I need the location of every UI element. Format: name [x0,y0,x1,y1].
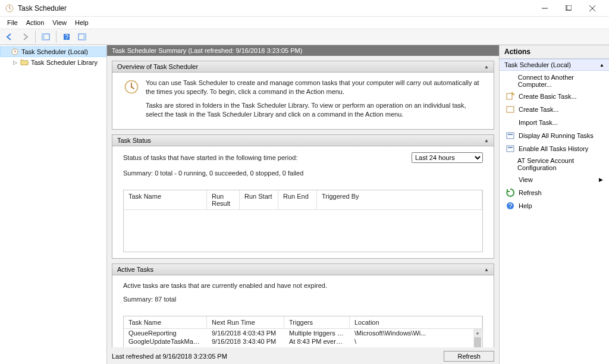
actions-list: Connect to Another Computer...Create Bas… [500,71,609,214]
back-button[interactable] [2,30,17,43]
action-label: AT Service Account Configuration [517,157,603,171]
menu-action[interactable]: Action [23,18,48,27]
menubar: File Action View Help [0,17,609,29]
status-period-select[interactable]: Last 24 hours [412,152,483,163]
svg-rect-8 [83,34,86,40]
col-task-name[interactable]: Task Name [124,190,207,209]
action-label: View [519,176,533,183]
action-item[interactable]: AT Service Account Configuration [500,155,609,173]
menu-help[interactable]: Help [71,18,92,27]
table-cell: At 8:43 PM every day - A... [284,337,350,346]
svg-rect-4 [42,34,45,40]
active-table-header: Task Name Next Run Time Triggers Locatio… [124,316,482,329]
action-label: Help [519,202,532,209]
action-item[interactable]: Connect to Another Computer... [500,72,609,90]
menu-view[interactable]: View [49,18,70,27]
table-cell: 9/16/2018 3:43:40 PM [207,337,284,346]
task-status-header[interactable]: Task Status ▲ [112,135,494,146]
status-table: Task Name Run Result Run Start Run End T… [123,190,483,252]
action-item[interactable]: Create Task... [500,103,609,116]
summary-header: Task Scheduler Summary (Last refreshed: … [107,45,499,56]
table-row[interactable]: GoogleUpdateTaskMachineUA9/16/2018 3:43:… [124,337,482,346]
overview-title: Overview of Task Scheduler [117,63,198,70]
show-hide-action-pane-button[interactable] [75,30,89,43]
svg-rect-2 [567,5,572,10]
svg-rect-13 [507,106,514,112]
chevron-up-icon: ▲ [599,62,604,68]
col-run-start[interactable]: Run Start [240,190,278,209]
tree-root[interactable]: Task Scheduler (Local) [0,46,106,57]
action-label: Display All Running Tasks [519,132,594,139]
table-cell: QueueReporting [124,329,207,337]
action-item[interactable]: ?Help [500,199,609,212]
help-button[interactable]: ? [59,30,74,43]
menu-file[interactable]: File [4,18,21,27]
forward-button[interactable] [18,30,32,43]
window-title: Task Scheduler [18,4,533,12]
action-item[interactable]: View▶ [500,173,609,186]
action-icon: ? [506,201,515,211]
scroll-up-icon[interactable]: ▲ [473,329,482,337]
center-body: Overview of Task Scheduler ▲ You can use… [107,56,499,347]
tree-library[interactable]: ▷ Task Scheduler Library [0,57,106,68]
active-tasks-body: Active tasks are tasks that are currentl… [112,275,494,347]
svg-text:?: ? [65,33,68,40]
active-tasks-header[interactable]: Active Tasks ▲ [112,264,494,275]
overview-panel-header[interactable]: Overview of Task Scheduler ▲ [112,61,494,73]
chevron-up-icon: ▲ [484,64,489,70]
toolbar-separator [56,31,56,43]
action-label: Connect to Another Computer... [518,74,603,88]
svg-rect-16 [507,146,514,152]
maximize-button[interactable] [557,1,580,15]
svg-text:?: ? [508,202,512,209]
folder-icon [20,58,29,67]
refresh-button[interactable]: Refresh [444,351,494,362]
action-label: Refresh [519,189,542,196]
overview-body: You can use Task Scheduler to create and… [112,73,494,129]
action-item[interactable]: Create Basic Task... [500,90,609,103]
action-label: Enable All Tasks History [519,145,588,152]
action-item[interactable]: Import Task... [500,116,609,129]
col-triggers[interactable]: Triggers [284,316,350,328]
action-icon [506,76,514,86]
action-label: Create Basic Task... [519,93,577,100]
minimize-button[interactable] [533,1,557,15]
table-cell: \ [350,337,482,346]
col-run-end[interactable]: Run End [278,190,317,209]
table-row[interactable]: Consolidator9/16/2018 6:00:00 PMAt 12:00… [124,346,482,347]
col-next-run-time[interactable]: Next Run Time [207,316,284,328]
action-icon [506,118,515,127]
status-summary: Summary: 0 total - 0 running, 0 succeede… [123,169,483,178]
action-item[interactable]: Enable All Tasks History [500,142,609,155]
col-triggered-by[interactable]: Triggered By [317,190,482,209]
chevron-right-icon[interactable]: ▷ [12,59,18,65]
close-button[interactable] [580,1,604,15]
scrollbar[interactable]: ▲ ▼ [473,329,482,347]
action-item[interactable]: Refresh [500,186,609,199]
svg-rect-15 [508,134,513,135]
scroll-thumb[interactable] [474,337,481,347]
action-item[interactable]: Display All Running Tasks [500,129,609,142]
clock-icon [10,47,20,57]
task-status-title: Task Status [117,137,151,144]
table-cell: Consolidator [124,346,207,347]
table-row[interactable]: QueueReporting9/16/2018 4:03:43 PMMultip… [124,329,482,337]
last-refreshed-label: Last refreshed at 9/16/2018 3:23:05 PM [112,353,227,360]
active-tasks-panel: Active Tasks ▲ Active tasks are tasks th… [112,263,494,347]
col-run-result[interactable]: Run Result [207,190,240,209]
action-label: Import Task... [519,119,558,126]
col-task-name[interactable]: Task Name [124,316,207,328]
tree-pane: Task Scheduler (Local) ▷ Task Scheduler … [0,45,107,364]
active-table: Task Name Next Run Time Triggers Locatio… [123,316,483,347]
show-hide-console-tree-button[interactable] [39,30,53,43]
table-cell: GoogleUpdateTaskMachineUA [124,337,207,346]
svg-point-11 [131,86,133,88]
status-period-label: Status of tasks that have started in the… [123,154,298,161]
svg-rect-12 [507,93,512,99]
actions-subheading[interactable]: Task Scheduler (Local) ▲ [500,59,609,71]
status-table-header: Task Name Run Result Run Start Run End T… [124,190,482,210]
main-area: Task Scheduler (Local) ▷ Task Scheduler … [0,45,609,364]
col-location[interactable]: Location [350,316,482,328]
table-cell: \Microsoft\Windows\Wi... [350,329,482,337]
clock-icon [123,79,140,95]
